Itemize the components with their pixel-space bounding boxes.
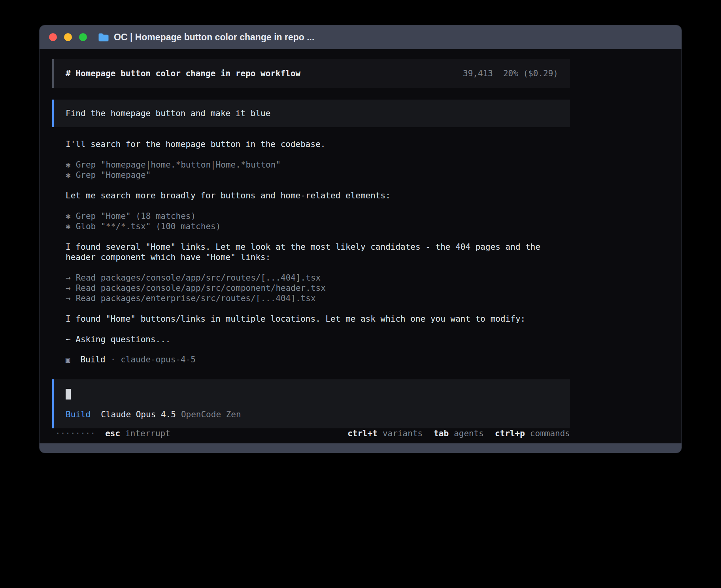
tool-call-label: Grep "homepage|home.*button|Home.*button… <box>76 160 281 170</box>
tool-call-label: Grep "Homepage" <box>76 170 151 180</box>
close-button[interactable] <box>49 33 57 41</box>
agents-label: agents <box>454 428 484 439</box>
token-count: 39,413 <box>463 68 493 79</box>
agent-name: Build <box>80 355 105 364</box>
tool-run-icon: ✱ <box>66 170 71 180</box>
spinner-dots: ········ <box>55 428 95 439</box>
agent-model: claude-opus-4-5 <box>121 355 196 364</box>
working-status: ~ Asking questions... <box>66 334 570 345</box>
input-agent-label[interactable]: Build <box>66 409 91 420</box>
ctrl-t-key-hint: ctrl+t <box>347 428 377 439</box>
tool-call-label: Read packages/console/app/src/routes/[..… <box>76 273 321 283</box>
agents-hint: tab agents <box>434 428 484 439</box>
terminal-content: # Homepage button color change in repo w… <box>40 49 681 443</box>
prompt-input[interactable]: Build Claude Opus 4.5 OpenCode Zen <box>52 379 570 428</box>
status-bar-hints: ctrl+t variants tab agents ctrl+p comman… <box>347 428 570 439</box>
window-title: OC | Homepage button color change in rep… <box>114 32 314 43</box>
assistant-text-intro: I'll search for the homepage button in t… <box>66 139 570 149</box>
tool-call-group-reads: →Read packages/console/app/src/routes/[.… <box>66 273 570 303</box>
titlebar-title-group: OC | Homepage button color change in rep… <box>98 32 314 43</box>
tool-call-group-broad: ✱Grep "Home" (18 matches) ✱Glob "**/*.ts… <box>66 211 570 232</box>
commands-hint: ctrl+p commands <box>495 428 570 439</box>
context-usage: 20% ($0.29) <box>503 68 558 79</box>
tool-call-label: Grep "Home" (18 matches) <box>76 211 196 221</box>
folder-icon <box>98 33 109 41</box>
agent-separator: · <box>111 355 116 364</box>
status-bar: ········ esc interrupt ctrl+t variants t… <box>52 428 570 439</box>
tool-call-grep-3: ✱Grep "Home" (18 matches) <box>66 211 570 221</box>
tool-call-read-1: →Read packages/console/app/src/routes/[.… <box>66 273 570 283</box>
input-meta-row: Build Claude Opus 4.5 OpenCode Zen <box>66 409 558 420</box>
session-title: # Homepage button color change in repo w… <box>66 68 300 79</box>
agent-square-icon: ▣ <box>66 355 70 364</box>
maximize-button[interactable] <box>79 33 87 41</box>
tool-call-grep-2: ✱Grep "Homepage" <box>66 170 570 180</box>
session-stats: 39,413 20% ($0.29) <box>463 68 558 79</box>
assistant-text-candidates: I found several "Home" links. Let me loo… <box>66 242 570 262</box>
text-cursor <box>66 389 71 400</box>
variants-label: variants <box>383 428 423 439</box>
assistant-transcript: I'll search for the homepage button in t… <box>52 139 570 375</box>
tool-call-label: Read packages/console/app/src/component/… <box>76 283 326 293</box>
minimize-button[interactable] <box>64 33 72 41</box>
read-arrow-icon: → <box>66 293 71 303</box>
esc-key-hint: esc <box>105 428 120 439</box>
opencode-terminal-window: OC | Homepage button color change in rep… <box>39 25 682 453</box>
read-arrow-icon: → <box>66 283 71 293</box>
tool-call-grep-1: ✱Grep "homepage|home.*button|Home.*butto… <box>66 160 570 170</box>
tool-run-icon: ✱ <box>66 160 71 170</box>
window-controls <box>49 33 87 41</box>
interrupt-label: interrupt <box>125 428 170 439</box>
assistant-text-broaden: Let me search more broadly for buttons a… <box>66 190 570 201</box>
user-message: Find the homepage button and make it blu… <box>52 100 570 127</box>
assistant-text-ask: I found "Home" buttons/links in multiple… <box>66 314 570 324</box>
read-arrow-icon: → <box>66 273 71 283</box>
session-header: # Homepage button color change in repo w… <box>52 59 570 88</box>
user-message-text: Find the homepage button and make it blu… <box>66 109 270 118</box>
tab-key-hint: tab <box>434 428 449 439</box>
tool-call-read-3: →Read packages/enterprise/src/routes/[..… <box>66 293 570 303</box>
tool-call-read-2: →Read packages/console/app/src/component… <box>66 283 570 293</box>
input-provider-label: OpenCode Zen <box>181 409 241 420</box>
window-bottom-bar <box>40 443 681 453</box>
tool-call-group-search: ✱Grep "homepage|home.*button|Home.*butto… <box>66 160 570 180</box>
tool-run-icon: ✱ <box>66 211 71 221</box>
variants-hint: ctrl+t variants <box>347 428 423 439</box>
tool-call-label: Read packages/enterprise/src/routes/[...… <box>76 294 316 303</box>
agent-badge: ▣ Build · claude-opus-4-5 <box>66 355 570 364</box>
commands-label: commands <box>530 428 570 439</box>
window-titlebar[interactable]: OC | Homepage button color change in rep… <box>40 25 681 49</box>
ctrl-p-key-hint: ctrl+p <box>495 428 525 439</box>
tool-call-glob: ✱Glob "**/*.tsx" (100 matches) <box>66 221 570 232</box>
input-model-label[interactable]: Claude Opus 4.5 <box>101 409 176 420</box>
tool-call-label: Glob "**/*.tsx" (100 matches) <box>76 222 221 231</box>
tool-run-icon: ✱ <box>66 221 71 232</box>
